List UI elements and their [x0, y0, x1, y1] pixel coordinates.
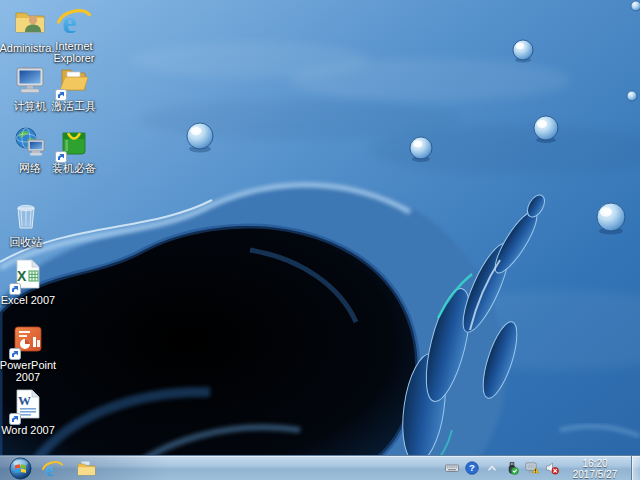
desktop-icon-activation-tools[interactable]: 激活工具: [39, 64, 109, 112]
help-question-icon[interactable]: ?: [464, 461, 479, 476]
system-tray: ?: [444, 456, 640, 480]
shortcut-arrow-icon: [9, 346, 21, 358]
clock-time: 16:20: [566, 458, 624, 469]
shortcut-arrow-icon: [9, 411, 21, 423]
open-folder-icon: [57, 64, 91, 98]
ie-icon: e: [42, 458, 63, 479]
desktop-icon-label: Internet Explorer: [39, 40, 109, 64]
desktop-icon-label: Word 2007: [0, 424, 63, 436]
network-warning-icon[interactable]: [524, 461, 539, 476]
clock-date: 2017/5/27: [566, 469, 624, 480]
tray-clock[interactable]: 16:20 2017/5/27: [564, 457, 626, 480]
ie-icon: e: [57, 4, 91, 38]
recycle-bin-icon: [9, 200, 43, 234]
excel-icon: X: [11, 258, 45, 292]
desktop-icon-label: 激活工具: [39, 100, 109, 112]
input-keyboard-icon[interactable]: [444, 461, 459, 476]
taskbar: e: [0, 455, 640, 480]
svg-text:?: ?: [469, 462, 475, 473]
shortcut-arrow-icon: [55, 149, 67, 161]
windows-flag-icon: [9, 457, 32, 480]
volume-muted-icon[interactable]: [544, 461, 559, 476]
desktop-icon-powerpoint-2007[interactable]: PowerPoint 2007: [0, 323, 63, 383]
usb-safely-remove-icon[interactable]: [504, 461, 519, 476]
desktop-icon-excel-2007[interactable]: X Excel 2007: [0, 258, 63, 306]
start-button[interactable]: [5, 456, 35, 480]
taskbar-ie-button[interactable]: e: [35, 456, 69, 480]
desktop: Administra... e Internet Explorer: [0, 0, 640, 480]
svg-text:W: W: [18, 393, 31, 408]
desktop-icon-label: 回收站: [0, 236, 61, 248]
powerpoint-icon: [11, 323, 45, 357]
shortcut-arrow-icon: [9, 281, 21, 293]
desktop-icon-label: 装机必备: [39, 162, 109, 174]
desktop-icon-essential-software[interactable]: 装机必备: [39, 126, 109, 174]
taskbar-explorer-button[interactable]: [69, 456, 103, 480]
folder-icon: [76, 458, 97, 479]
desktop-icon-internet-explorer[interactable]: e Internet Explorer: [39, 4, 109, 64]
shopping-bag-icon: [57, 126, 91, 160]
show-hidden-icons-arrow[interactable]: [484, 461, 499, 476]
desktop-icon-recycle-bin[interactable]: 回收站: [0, 200, 61, 248]
show-desktop-button[interactable]: [631, 456, 640, 480]
desktop-icon-word-2007[interactable]: W Word 2007: [0, 388, 63, 436]
desktop-icon-label: Excel 2007: [0, 294, 63, 306]
desktop-icon-label: PowerPoint 2007: [0, 359, 63, 383]
svg-text:e: e: [45, 458, 54, 479]
shortcut-arrow-icon: [55, 87, 67, 99]
word-icon: W: [11, 388, 45, 422]
